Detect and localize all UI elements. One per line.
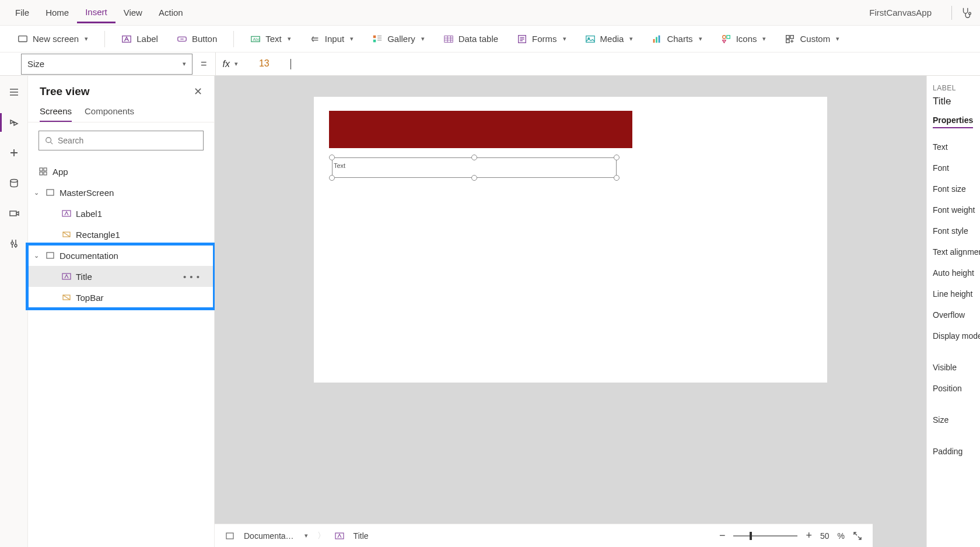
- property-row[interactable]: Font: [933, 157, 974, 178]
- chevron-down-icon: ▾: [288, 35, 291, 43]
- fx-button[interactable]: fx ▾: [215, 52, 245, 75]
- canvas-title-label-selected[interactable]: Text: [329, 157, 620, 178]
- property-row[interactable]: Position: [933, 378, 974, 399]
- screen-icon: [225, 531, 235, 541]
- hamburger-icon[interactable]: [7, 85, 21, 99]
- selection-handle[interactable]: [614, 155, 620, 160]
- svg-rect-30: [47, 190, 54, 195]
- breadcrumb-screen[interactable]: Documenta…: [244, 531, 294, 541]
- tab-screens[interactable]: Screens: [40, 106, 72, 122]
- tab-components[interactable]: Components: [85, 106, 134, 122]
- property-row[interactable]: Auto height: [933, 262, 974, 283]
- zoom-slider[interactable]: [733, 535, 797, 537]
- more-icon[interactable]: • • •: [183, 272, 200, 282]
- input-button[interactable]: Input ▾: [304, 30, 359, 48]
- button-icon: [177, 34, 187, 44]
- canvas-topbar-rect[interactable]: [329, 111, 632, 148]
- property-row[interactable]: Font style: [933, 220, 974, 241]
- datatable-btn-label: Data table: [459, 34, 498, 44]
- search-box[interactable]: [38, 131, 204, 150]
- forms-button[interactable]: Forms ▾: [511, 30, 572, 48]
- media-icon: [585, 34, 596, 44]
- app-checker-icon[interactable]: [960, 6, 973, 19]
- property-row[interactable]: Font weight: [933, 199, 974, 220]
- menu-view[interactable]: View: [116, 3, 150, 22]
- media-btn-label: Media: [600, 34, 624, 44]
- property-selector[interactable]: Size ▾: [21, 54, 192, 75]
- svg-rect-19: [727, 35, 730, 38]
- icons-button[interactable]: Icons ▾: [715, 30, 772, 48]
- tree-node-label: Title: [76, 272, 92, 282]
- text-icon: Abc: [250, 34, 261, 44]
- svg-rect-36: [226, 533, 233, 539]
- gallery-btn-label: Gallery: [387, 34, 415, 44]
- media-rail-icon[interactable]: [7, 206, 21, 220]
- screen-icon: [46, 188, 55, 197]
- selection-handle[interactable]: [471, 175, 477, 181]
- breadcrumb-separator: 〉: [317, 531, 326, 541]
- property-row[interactable]: Text alignment: [933, 241, 974, 262]
- zoom-slider-thumb[interactable]: [750, 532, 752, 540]
- property-row[interactable]: Size: [933, 409, 974, 430]
- tree-node-rectangle1[interactable]: Rectangle1: [28, 224, 214, 245]
- property-row[interactable]: Line height: [933, 283, 974, 304]
- zoom-unit: %: [838, 531, 845, 541]
- data-icon[interactable]: [7, 176, 21, 190]
- menu-action[interactable]: Action: [150, 3, 191, 22]
- menu-home[interactable]: Home: [37, 3, 77, 22]
- chevron-down-icon: ▾: [699, 35, 702, 43]
- canvas-screen[interactable]: Text: [314, 97, 827, 383]
- property-row[interactable]: Font size: [933, 178, 974, 199]
- fx-icon: fx: [223, 59, 230, 69]
- tree-node-masterscreen[interactable]: ⌄ MasterScreen: [28, 182, 214, 203]
- tree-node-title[interactable]: Title • • •: [28, 266, 214, 287]
- svg-rect-7: [373, 39, 376, 42]
- chevron-down-icon[interactable]: ▾: [304, 532, 308, 539]
- tree-node-label1[interactable]: Label1: [28, 203, 214, 224]
- close-icon[interactable]: ✕: [194, 85, 202, 98]
- tree-view-icon[interactable]: [7, 115, 21, 129]
- properties-tab[interactable]: Properties: [933, 115, 973, 128]
- caret-down-icon[interactable]: ⌄: [34, 189, 41, 197]
- tree-node-topbar[interactable]: TopBar: [28, 287, 214, 308]
- tree: App ⌄ MasterScreen Label1 Rectangle1 ⌄ D…: [28, 159, 214, 310]
- tree-view-tabs: Screens Components: [28, 101, 214, 122]
- canvas-area[interactable]: Text Documenta… ▾ 〉 Title − + 50 %: [215, 76, 926, 547]
- zoom-in-button[interactable]: +: [806, 530, 812, 542]
- property-row[interactable]: Text: [933, 136, 974, 157]
- property-row[interactable]: Display mode: [933, 325, 974, 346]
- tree-view-panel: Tree view ✕ Screens Components App ⌄ Mas…: [28, 76, 215, 547]
- control-name[interactable]: Title: [933, 96, 974, 107]
- search-input[interactable]: [58, 136, 197, 145]
- icons-btn-label: Icons: [736, 34, 757, 44]
- text-button[interactable]: Abc Text ▾: [244, 30, 297, 48]
- fit-to-window-icon[interactable]: [853, 531, 862, 541]
- media-button[interactable]: Media ▾: [579, 30, 639, 48]
- zoom-out-button[interactable]: −: [719, 530, 726, 542]
- selection-handle[interactable]: [329, 155, 335, 160]
- selection-handle[interactable]: [471, 155, 477, 160]
- button-btn-label: Button: [192, 34, 217, 44]
- property-row[interactable]: Padding: [933, 441, 974, 462]
- chevron-down-icon: ▾: [235, 60, 238, 68]
- property-row[interactable]: Overflow: [933, 304, 974, 325]
- tree-node-documentation[interactable]: ⌄ Documentation: [28, 245, 214, 266]
- selection-handle[interactable]: [614, 175, 620, 181]
- datatable-button[interactable]: Data table: [438, 30, 504, 48]
- charts-button[interactable]: Charts ▾: [646, 30, 708, 48]
- new-screen-button[interactable]: New screen ▾: [12, 30, 94, 48]
- breadcrumb-control[interactable]: Title: [354, 531, 369, 541]
- tree-node-app[interactable]: App: [28, 161, 214, 182]
- label-button[interactable]: Label: [116, 30, 164, 48]
- button-button[interactable]: Button: [171, 30, 223, 48]
- property-row[interactable]: Visible: [933, 357, 974, 378]
- menu-insert[interactable]: Insert: [77, 2, 116, 23]
- add-icon[interactable]: [7, 146, 21, 160]
- caret-down-icon[interactable]: ⌄: [34, 252, 41, 260]
- gallery-button[interactable]: Gallery ▾: [366, 30, 430, 48]
- custom-button[interactable]: Custom ▾: [779, 30, 845, 48]
- formula-value[interactable]: 13: [245, 58, 291, 69]
- selection-handle[interactable]: [329, 175, 335, 181]
- tools-icon[interactable]: [7, 237, 21, 251]
- menu-file[interactable]: File: [7, 3, 37, 22]
